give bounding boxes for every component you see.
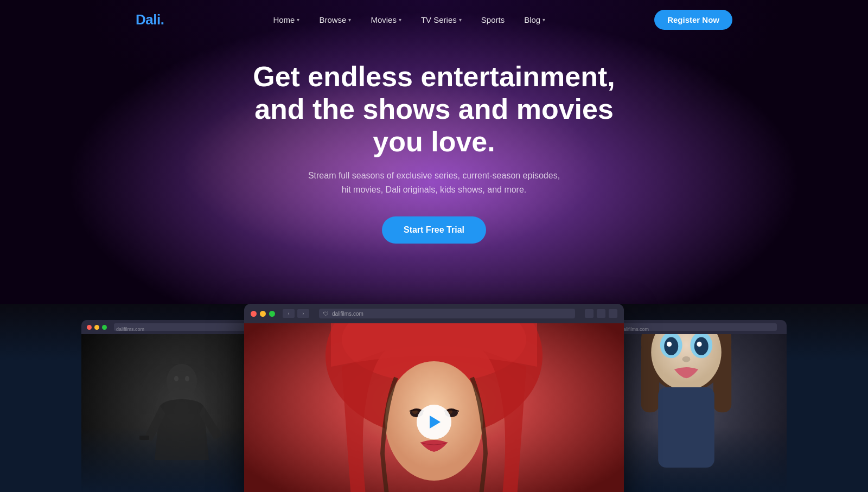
svg-point-23: [682, 356, 691, 362]
add-tab-icon[interactable]: [597, 309, 605, 318]
play-button[interactable]: [417, 405, 451, 439]
svg-point-0: [167, 364, 197, 399]
nav-home[interactable]: Home ▾: [273, 15, 299, 24]
svg-point-2: [174, 376, 178, 381]
dot-green: [102, 325, 107, 330]
svg-point-20: [667, 342, 672, 347]
chevron-down-icon: ▾: [542, 17, 545, 23]
nav-links: Home ▾ Browse ▾ Movies ▾ TV Series ▾ Spo…: [273, 15, 545, 24]
start-trial-button[interactable]: Start Free Trial: [382, 216, 486, 244]
logo[interactable]: Dali.: [136, 11, 164, 28]
browser-bar-center: ‹ › 🛡 dalifilms.com: [244, 304, 624, 323]
svg-point-21: [697, 342, 701, 347]
chevron-down-icon: ▾: [399, 17, 401, 23]
dot-green: [269, 311, 275, 317]
character-svg: [127, 352, 236, 492]
play-icon: [430, 416, 441, 429]
url-bar-center[interactable]: 🛡 dalifilms.com: [319, 309, 575, 318]
dot-red: [87, 325, 92, 330]
logo-dot: .: [161, 11, 164, 28]
mockups-section: dalifilms.com: [0, 304, 868, 492]
url-bar-right: dalifilms.com: [618, 323, 777, 331]
nav-tvseries[interactable]: TV Series ▾: [421, 15, 462, 24]
fullscreen-icon[interactable]: [609, 309, 617, 318]
hero-title: Get endless entertainment, and the shows…: [239, 61, 629, 158]
dot-yellow: [94, 325, 99, 330]
nav-forward-icon[interactable]: ›: [297, 309, 309, 318]
share-icon[interactable]: [585, 309, 593, 318]
register-button[interactable]: Register Now: [654, 10, 732, 30]
svg-point-3: [185, 376, 189, 381]
play-overlay: [244, 323, 624, 492]
browser-actions: [585, 309, 617, 318]
nav-movies[interactable]: Movies ▾: [371, 15, 401, 24]
dot-red: [251, 311, 257, 317]
svg-rect-1: [139, 436, 149, 440]
nav-blog[interactable]: Blog ▾: [524, 15, 545, 24]
shield-icon: 🛡: [323, 311, 329, 317]
hero-content: Get endless entertainment, and the shows…: [228, 61, 640, 244]
chevron-down-icon: ▾: [297, 17, 299, 23]
browser-nav-icons: ‹ ›: [283, 309, 309, 318]
hero-section: Dali. Home ▾ Browse ▾ Movies ▾ TV Series…: [0, 0, 868, 304]
browser-center: ‹ › 🛡 dalifilms.com: [244, 304, 624, 492]
nav-browse[interactable]: Browse ▾: [319, 15, 351, 24]
svg-rect-24: [658, 387, 714, 468]
nav-sports[interactable]: Sports: [481, 15, 505, 24]
chevron-down-icon: ▾: [459, 17, 462, 23]
navigation: Dali. Home ▾ Browse ▾ Movies ▾ TV Series…: [0, 0, 868, 39]
mockups-wrapper: dalifilms.com: [54, 304, 814, 492]
browser-content-center: [244, 323, 624, 492]
svg-point-19: [694, 337, 709, 355]
dot-yellow: [260, 311, 266, 317]
nav-back-icon[interactable]: ‹: [283, 309, 295, 318]
svg-point-18: [664, 337, 678, 355]
chevron-down-icon: ▾: [348, 17, 351, 23]
hero-subtitle: Stream full seasons of exclusive series,…: [304, 169, 564, 196]
logo-text: Dali: [136, 11, 161, 28]
